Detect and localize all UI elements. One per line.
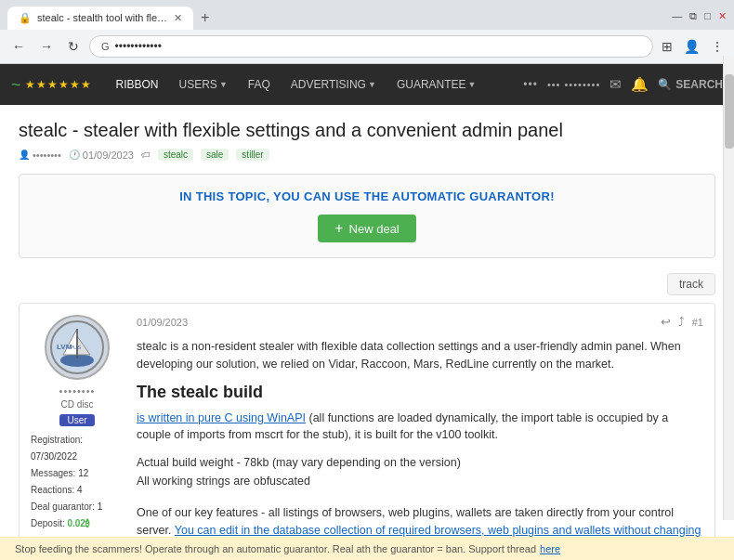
warning-link[interactable]: here (540, 543, 560, 554)
post-actions: ↩ ⤴ #1 (661, 315, 703, 329)
menu-button[interactable]: ⋮ (708, 36, 727, 57)
nav-user-separator: ••• (523, 78, 538, 91)
mail-button[interactable]: ✉ (609, 76, 622, 93)
post-body: 01/09/2023 ↩ ⤴ #1 stealc is a non-reside… (137, 315, 703, 560)
author-avatar: LVM PUS (45, 315, 110, 380)
page-content: stealc - stealer with flexible settings … (0, 105, 734, 560)
share-button[interactable]: ⤴ (678, 315, 685, 329)
logo-icon: ~ (11, 75, 21, 95)
search-button[interactable]: 🔍 SEARCH (658, 78, 723, 91)
meta-date-value: 01/09/2023 (83, 150, 134, 161)
address-url: •••••••••••• (115, 40, 641, 53)
browser-title-bar: 🔒 stealc - stealth tool with flexible ✕ … (0, 0, 734, 30)
author-badge: User (59, 414, 94, 426)
warning-text: Stop feeding the scammers! Operate throu… (15, 543, 536, 554)
nav-links: RIBBON USERS ▼ FAQ ADVERTISING ▼ GUARANT… (107, 72, 524, 97)
author-stats: Registration: 07/30/2022 Messages: 12 Re… (31, 432, 124, 532)
profile-button[interactable]: 👤 (681, 36, 702, 57)
post-build-weight: Actual build weight - 78kb (may vary dep… (137, 453, 703, 472)
meta-date: 🕐 01/09/2023 (69, 150, 134, 161)
post-header: 01/09/2023 ↩ ⤴ #1 (137, 315, 703, 329)
logo-stars: ★★★★★★ (25, 78, 92, 91)
reply-button[interactable]: ↩ (661, 315, 671, 329)
nav-link-ribbon[interactable]: RIBBON (107, 72, 168, 97)
guarantee-chevron-icon: ▼ (468, 80, 477, 89)
window-controls: — ⧉ □ ✕ (672, 10, 727, 26)
post-author: LVM PUS •••••••• CD disc User Registrati… (31, 315, 124, 560)
page-title: stealc - stealer with flexible settings … (19, 120, 715, 141)
clock-icon: 🕐 (69, 150, 80, 160)
track-area: track (19, 273, 715, 295)
track-button[interactable]: track (667, 273, 715, 295)
winapi-link[interactable]: is written in pure C using WinAPI (137, 411, 306, 424)
back-button[interactable]: ← (7, 37, 30, 56)
nav-link-guarantee[interactable]: GUARANTEE ▼ (387, 72, 486, 97)
tab-favicon: 🔒 (19, 12, 32, 24)
post-date: 01/09/2023 (137, 317, 188, 328)
post-heading: The stealc build (137, 383, 703, 402)
browser-tab[interactable]: 🔒 stealc - stealth tool with flexible ✕ (7, 7, 193, 30)
meta-author-name: •••••••• (33, 150, 61, 161)
browser-chrome: 🔒 stealc - stealth tool with flexible ✕ … (0, 0, 734, 64)
stat-registration-value: 07/30/2022 (31, 451, 77, 462)
window-close-button[interactable]: ✕ (718, 10, 727, 22)
post-paragraph-1: is written in pure C using WinAPI (all f… (137, 410, 703, 445)
stat-deal-guarantor: Deal guarantor: 1 (31, 499, 124, 515)
address-bar[interactable]: G •••••••••••• (89, 35, 653, 58)
advertising-chevron-icon: ▼ (368, 80, 376, 89)
refresh-button[interactable]: ↻ (63, 37, 84, 56)
nav-link-advertising[interactable]: ADVERTISING ▼ (282, 72, 386, 97)
stat-deal-guarantor-value: 1 (98, 501, 103, 512)
tab-close-button[interactable]: ✕ (174, 12, 182, 24)
forward-button[interactable]: → (35, 37, 58, 56)
meta-tag-stiller[interactable]: stiller (236, 149, 269, 161)
meta-author: 👤 •••••••• (19, 150, 61, 161)
nav-link-users[interactable]: USERS ▼ (170, 72, 237, 97)
meta-tag-stealc[interactable]: stealc (158, 149, 193, 161)
site-navigation: ~ ★★★★★★ RIBBON USERS ▼ FAQ ADVERTISING … (0, 64, 734, 105)
tab-title: stealc - stealth tool with flexible (37, 12, 168, 23)
stat-reactions-value: 4 (77, 485, 83, 495)
users-chevron-icon: ▼ (219, 80, 228, 89)
meta-tag-sale[interactable]: sale (201, 149, 229, 161)
bell-button[interactable]: 🔔 (631, 76, 649, 93)
post-intro: stealc is a non-resident stealer with fl… (137, 338, 703, 373)
window-restore-button[interactable]: ⧉ (689, 10, 697, 22)
stat-deposit: Deposit: 0.02₿ (31, 515, 124, 532)
browser-toolbar: ← → ↻ G •••••••••••• ⊞ 👤 ⋮ (0, 30, 734, 63)
new-deal-label: New deal (349, 222, 400, 236)
author-name: •••••••• (31, 385, 124, 397)
watermark-overlay: LVM PUS •••••••• CD disc User Registrati… (19, 303, 715, 560)
post-meta: 👤 •••••••• 🕐 01/09/2023 🏷 stealc sale st… (19, 149, 715, 161)
search-label: SEARCH (675, 78, 723, 91)
new-deal-button[interactable]: + New deal (318, 215, 416, 242)
new-tab-button[interactable]: + (197, 6, 213, 30)
guarantor-box: IN THIS TOPIC, YOU CAN USE THE AUTOMATIC… (19, 174, 715, 258)
bottom-warning: Stop feeding the scammers! Operate throu… (0, 537, 734, 560)
stat-reactions: Reactions: 4 (31, 482, 124, 499)
search-icon: 🔍 (658, 78, 672, 91)
plus-icon: + (334, 221, 343, 236)
post-container: LVM PUS •••••••• CD disc User Registrati… (19, 303, 715, 560)
guarantor-title: IN THIS TOPIC, YOU CAN USE THE AUTOMATIC… (34, 189, 700, 203)
author-role: CD disc (31, 399, 124, 410)
scrollbar-track[interactable] (723, 56, 734, 520)
stat-messages-value: 12 (78, 468, 88, 478)
site-logo[interactable]: ~ ★★★★★★ (11, 75, 92, 95)
stat-messages: Messages: 12 (31, 465, 124, 482)
tag-icon: 🏷 (141, 150, 151, 160)
stat-deposit-value: 0.02₿ (67, 518, 89, 528)
browser-actions: ⊞ 👤 ⋮ (659, 36, 727, 57)
extensions-button[interactable]: ⊞ (659, 36, 675, 57)
nav-link-faq[interactable]: FAQ (239, 72, 280, 97)
nav-right: ••• ••• •••••••• ✉ 🔔 🔍 SEARCH (523, 76, 723, 93)
author-icon: 👤 (19, 150, 30, 160)
nav-username: ••• •••••••• (547, 79, 600, 90)
window-maximize-button[interactable]: □ (704, 10, 711, 21)
site-favicon: G (101, 41, 110, 52)
avatar-image: LVM PUS (49, 319, 105, 375)
window-minimize-button[interactable]: — (672, 10, 682, 21)
meta-tag-icon: 🏷 (141, 150, 151, 160)
scrollbar-thumb[interactable] (725, 74, 734, 149)
post-strings: All working strings are obfuscated (137, 472, 703, 490)
